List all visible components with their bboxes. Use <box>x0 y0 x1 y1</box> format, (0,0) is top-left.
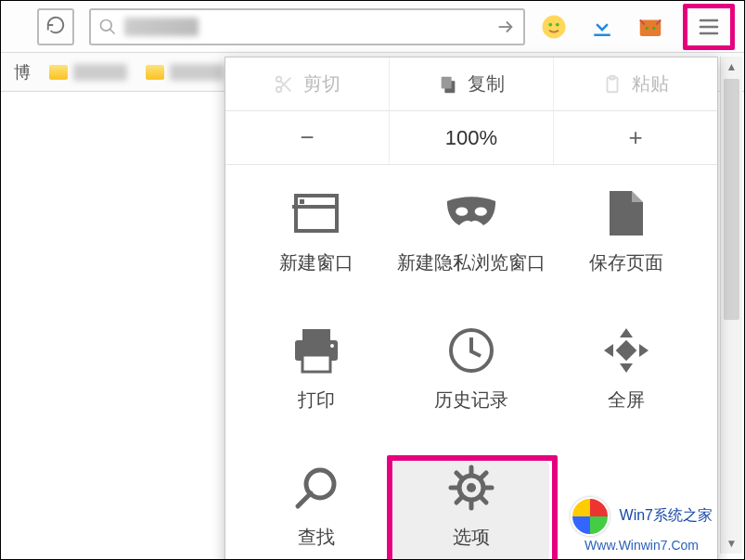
svg-marker-32 <box>620 328 633 337</box>
svg-line-47 <box>456 497 462 503</box>
cut-button[interactable]: 剪切 <box>225 57 390 110</box>
zoom-level: 100% <box>390 111 554 164</box>
print-label: 打印 <box>298 388 335 413</box>
watermark-line2: Www.Winwin7.Com <box>584 538 699 553</box>
svg-line-45 <box>481 497 486 503</box>
scissors-icon <box>274 74 294 95</box>
watermark: Win7系统之家 Www.Winwin7.Com <box>571 497 713 554</box>
zoom-out-button[interactable]: − <box>225 111 390 164</box>
fox-icon[interactable] <box>636 13 664 41</box>
svg-marker-34 <box>604 344 613 357</box>
svg-point-29 <box>330 344 334 348</box>
scroll-thumb[interactable] <box>724 79 739 320</box>
fullscreen-button[interactable]: 全屏 <box>549 325 704 436</box>
paste-label: 粘贴 <box>632 71 669 96</box>
scroll-down-arrow[interactable]: ▼ <box>721 533 742 554</box>
svg-point-13 <box>276 76 282 82</box>
svg-point-8 <box>646 26 649 29</box>
bookmark-item[interactable]: 博 <box>14 61 31 83</box>
bookmark-folder[interactable] <box>146 64 224 81</box>
download-icon[interactable] <box>588 13 616 41</box>
main-menu-button[interactable] <box>683 4 735 50</box>
watermark-line1: Win7系统之家 <box>620 507 713 523</box>
svg-line-46 <box>481 473 486 478</box>
browser-toolbar <box>1 1 744 53</box>
svg-rect-26 <box>302 329 330 340</box>
svg-point-9 <box>652 26 655 29</box>
new-window-label: 新建窗口 <box>279 250 353 275</box>
reload-icon <box>45 15 66 35</box>
svg-line-1 <box>110 29 115 33</box>
svg-marker-35 <box>639 344 649 357</box>
svg-point-14 <box>276 86 282 92</box>
window-icon <box>292 192 340 235</box>
printer-icon <box>291 327 341 374</box>
magnifier-icon <box>292 464 340 512</box>
fullscreen-icon <box>602 326 650 375</box>
watermark-logo-icon <box>571 497 610 536</box>
reload-button[interactable] <box>37 8 74 45</box>
copy-label: 复制 <box>468 71 505 96</box>
private-window-button[interactable]: 新建隐私浏览窗口 <box>393 187 548 299</box>
svg-point-24 <box>456 207 468 215</box>
zoom-in-button[interactable]: + <box>554 111 717 164</box>
search-text-blur <box>124 18 199 36</box>
print-button[interactable]: 打印 <box>238 325 393 436</box>
save-page-button[interactable]: 保存页面 <box>549 187 704 299</box>
search-input[interactable] <box>89 8 525 45</box>
svg-rect-28 <box>302 355 330 372</box>
paste-button[interactable]: 粘贴 <box>554 57 717 110</box>
new-window-button[interactable]: 新建窗口 <box>238 187 393 299</box>
search-icon <box>98 18 117 36</box>
history-button[interactable]: 历史记录 <box>393 325 548 436</box>
history-label: 历史记录 <box>434 388 508 413</box>
face-icon[interactable] <box>540 13 568 41</box>
gear-icon <box>447 464 495 512</box>
svg-line-37 <box>298 493 311 506</box>
svg-rect-31 <box>616 340 637 362</box>
svg-point-39 <box>467 483 476 492</box>
clock-icon <box>447 326 495 375</box>
svg-point-0 <box>101 19 112 31</box>
go-arrow-icon[interactable] <box>495 17 516 37</box>
find-label: 查找 <box>298 525 335 550</box>
svg-line-44 <box>456 473 462 478</box>
svg-rect-20 <box>610 75 615 79</box>
options-button[interactable]: 选项 <box>393 462 548 560</box>
copy-icon <box>438 74 458 95</box>
page-icon <box>606 189 647 237</box>
svg-rect-18 <box>442 76 452 88</box>
mask-icon <box>445 195 497 232</box>
cut-label: 剪切 <box>303 71 340 96</box>
hamburger-icon <box>696 16 722 38</box>
save-page-label: 保存页面 <box>589 250 663 275</box>
svg-point-5 <box>556 22 559 26</box>
bookmark-folder[interactable] <box>49 64 127 81</box>
svg-rect-6 <box>594 33 610 36</box>
clipboard-icon <box>602 74 623 95</box>
svg-point-25 <box>475 207 487 215</box>
svg-rect-23 <box>300 199 304 204</box>
fullscreen-label: 全屏 <box>608 388 645 413</box>
find-button[interactable]: 查找 <box>238 462 393 560</box>
private-window-label: 新建隐私浏览窗口 <box>397 250 546 275</box>
copy-button[interactable]: 复制 <box>390 57 554 110</box>
options-label: 选项 <box>453 525 490 550</box>
scroll-up-arrow[interactable]: ▲ <box>721 57 742 77</box>
svg-point-3 <box>543 15 566 38</box>
main-menu-panel: 剪切 复制 粘贴 − 100% + 新建窗口 新建隐私浏览窗口 <box>225 57 718 560</box>
toolbar-extension-icons <box>534 13 670 41</box>
svg-point-4 <box>548 22 552 26</box>
svg-marker-33 <box>620 363 633 373</box>
vertical-scrollbar[interactable]: ▲ ▼ <box>720 57 742 554</box>
